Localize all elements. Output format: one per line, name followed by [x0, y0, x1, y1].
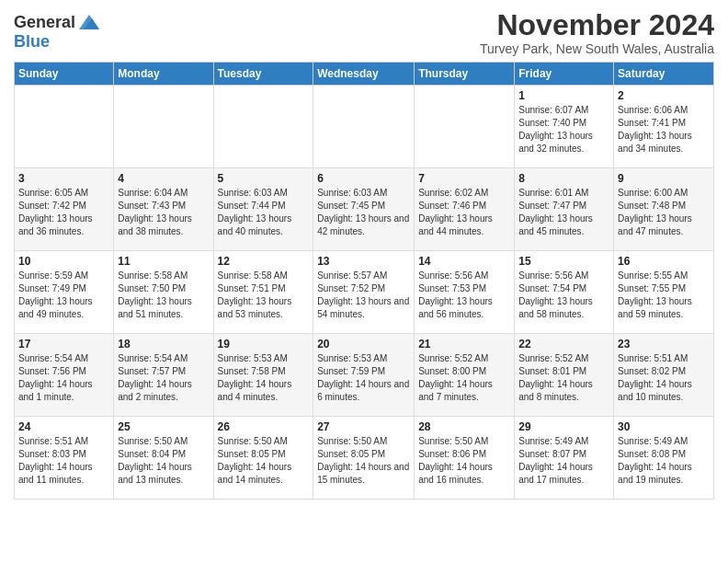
cell-sunrise: Sunrise: 5:50 AM [118, 436, 188, 446]
calendar-table: Sunday Monday Tuesday Wednesday Thursday… [14, 62, 714, 500]
cell-daylight: Daylight: 13 hours and 54 minutes. [317, 296, 409, 319]
subtitle: Turvey Park, New South Wales, Australia [480, 41, 714, 56]
cell-date: 2 [618, 89, 710, 102]
cell-sunrise: Sunrise: 5:49 AM [518, 436, 588, 446]
cell-info: Sunrise: 5:57 AM Sunset: 7:52 PM Dayligh… [317, 270, 410, 321]
cell-date: 1 [518, 89, 609, 102]
cell-sunset: Sunset: 7:43 PM [118, 201, 186, 211]
cell-sunrise: Sunrise: 5:59 AM [18, 270, 88, 281]
cell-info: Sunrise: 5:50 AM Sunset: 8:06 PM Dayligh… [418, 435, 510, 487]
table-row: 16 Sunrise: 5:55 AM Sunset: 7:55 PM Dayl… [614, 251, 714, 334]
cell-daylight: Daylight: 14 hours and 11 minutes. [18, 462, 93, 485]
cell-sunset: Sunset: 7:59 PM [317, 366, 385, 376]
cell-daylight: Daylight: 14 hours and 4 minutes. [218, 379, 292, 402]
table-row: 29 Sunrise: 5:49 AM Sunset: 8:07 PM Dayl… [515, 417, 614, 500]
cell-info: Sunrise: 5:56 AM Sunset: 7:53 PM Dayligh… [418, 270, 510, 321]
cell-info: Sunrise: 5:51 AM Sunset: 8:03 PM Dayligh… [18, 435, 109, 487]
table-row: 20 Sunrise: 5:53 AM Sunset: 7:59 PM Dayl… [313, 334, 415, 417]
calendar-week-row: 24 Sunrise: 5:51 AM Sunset: 8:03 PM Dayl… [15, 417, 714, 500]
cell-daylight: Daylight: 13 hours and 32 minutes. [518, 131, 593, 154]
cell-daylight: Daylight: 13 hours and 49 minutes. [18, 296, 93, 319]
table-row: 10 Sunrise: 5:59 AM Sunset: 7:49 PM Dayl… [15, 251, 114, 334]
cell-info: Sunrise: 5:50 AM Sunset: 8:05 PM Dayligh… [317, 435, 410, 487]
table-row [15, 86, 114, 168]
cell-info: Sunrise: 5:52 AM Sunset: 8:00 PM Dayligh… [418, 352, 510, 404]
cell-daylight: Daylight: 13 hours and 51 minutes. [118, 296, 192, 319]
cell-info: Sunrise: 5:49 AM Sunset: 8:07 PM Dayligh… [518, 435, 609, 487]
table-row: 17 Sunrise: 5:54 AM Sunset: 7:56 PM Dayl… [15, 334, 114, 417]
cell-info: Sunrise: 5:52 AM Sunset: 8:01 PM Dayligh… [518, 352, 609, 404]
cell-sunrise: Sunrise: 6:00 AM [618, 188, 688, 198]
cell-date: 17 [18, 338, 109, 350]
col-wednesday: Wednesday [313, 63, 415, 86]
cell-sunrise: Sunrise: 6:03 AM [218, 188, 288, 198]
cell-info: Sunrise: 6:03 AM Sunset: 7:45 PM Dayligh… [317, 187, 410, 238]
cell-sunrise: Sunrise: 5:50 AM [218, 436, 288, 446]
cell-sunset: Sunset: 7:52 PM [317, 283, 385, 293]
cell-date: 27 [317, 420, 410, 433]
table-row: 1 Sunrise: 6:07 AM Sunset: 7:40 PM Dayli… [515, 86, 614, 168]
cell-sunrise: Sunrise: 5:55 AM [618, 270, 688, 281]
cell-date: 19 [218, 338, 310, 350]
cell-info: Sunrise: 5:56 AM Sunset: 7:54 PM Dayligh… [518, 270, 609, 321]
cell-daylight: Daylight: 13 hours and 36 minutes. [18, 213, 93, 236]
table-row: 23 Sunrise: 5:51 AM Sunset: 8:02 PM Dayl… [614, 334, 714, 417]
cell-sunrise: Sunrise: 5:53 AM [317, 353, 387, 363]
cell-sunset: Sunset: 8:07 PM [518, 449, 586, 459]
cell-sunset: Sunset: 8:01 PM [518, 366, 586, 376]
calendar-week-row: 17 Sunrise: 5:54 AM Sunset: 7:56 PM Dayl… [15, 334, 714, 417]
cell-sunrise: Sunrise: 5:53 AM [218, 353, 288, 363]
cell-date: 16 [618, 255, 710, 268]
cell-sunrise: Sunrise: 5:58 AM [218, 270, 288, 281]
cell-date: 14 [418, 255, 510, 268]
table-row [415, 86, 515, 168]
cell-date: 20 [317, 338, 410, 350]
cell-date: 18 [118, 338, 209, 350]
cell-date: 5 [218, 172, 310, 185]
cell-daylight: Daylight: 14 hours and 17 minutes. [518, 462, 593, 485]
page: General Blue November 2024 Turvey Park, … [0, 0, 728, 509]
table-row: 25 Sunrise: 5:50 AM Sunset: 8:04 PM Dayl… [114, 417, 213, 500]
cell-daylight: Daylight: 14 hours and 1 minute. [18, 379, 93, 402]
cell-info: Sunrise: 6:07 AM Sunset: 7:40 PM Dayligh… [518, 104, 609, 155]
table-row: 22 Sunrise: 5:52 AM Sunset: 8:01 PM Dayl… [515, 334, 614, 417]
month-title: November 2024 [480, 9, 714, 41]
col-tuesday: Tuesday [213, 63, 313, 86]
cell-date: 9 [618, 172, 710, 185]
table-row [114, 86, 213, 168]
cell-daylight: Daylight: 14 hours and 15 minutes. [317, 462, 409, 485]
cell-info: Sunrise: 6:05 AM Sunset: 7:42 PM Dayligh… [18, 187, 109, 238]
cell-info: Sunrise: 6:04 AM Sunset: 7:43 PM Dayligh… [118, 187, 209, 238]
calendar-week-row: 1 Sunrise: 6:07 AM Sunset: 7:40 PM Dayli… [15, 86, 714, 168]
cell-sunrise: Sunrise: 6:06 AM [618, 105, 688, 115]
col-thursday: Thursday [415, 63, 515, 86]
cell-sunset: Sunset: 8:08 PM [618, 449, 686, 459]
cell-date: 22 [518, 338, 609, 350]
cell-sunset: Sunset: 7:40 PM [518, 118, 586, 128]
table-row: 8 Sunrise: 6:01 AM Sunset: 7:47 PM Dayli… [515, 168, 614, 251]
table-row: 30 Sunrise: 5:49 AM Sunset: 8:08 PM Dayl… [614, 417, 714, 500]
cell-daylight: Daylight: 13 hours and 34 minutes. [618, 131, 692, 154]
cell-daylight: Daylight: 13 hours and 53 minutes. [218, 296, 292, 319]
cell-daylight: Daylight: 14 hours and 13 minutes. [118, 462, 192, 485]
cell-sunrise: Sunrise: 6:05 AM [18, 188, 88, 198]
cell-info: Sunrise: 6:01 AM Sunset: 7:47 PM Dayligh… [518, 187, 609, 238]
cell-daylight: Daylight: 14 hours and 19 minutes. [618, 462, 692, 485]
cell-sunset: Sunset: 7:50 PM [118, 283, 186, 293]
cell-date: 8 [518, 172, 609, 185]
cell-date: 11 [118, 255, 209, 268]
cell-sunset: Sunset: 7:58 PM [218, 366, 286, 376]
cell-daylight: Daylight: 14 hours and 14 minutes. [218, 462, 292, 485]
cell-daylight: Daylight: 14 hours and 8 minutes. [518, 379, 593, 402]
cell-date: 26 [218, 420, 310, 433]
cell-daylight: Daylight: 13 hours and 56 minutes. [418, 296, 493, 319]
cell-info: Sunrise: 5:54 AM Sunset: 7:57 PM Dayligh… [118, 352, 209, 404]
cell-date: 21 [418, 338, 510, 350]
calendar-week-row: 10 Sunrise: 5:59 AM Sunset: 7:49 PM Dayl… [15, 251, 714, 334]
cell-sunrise: Sunrise: 5:57 AM [317, 270, 387, 281]
cell-date: 12 [218, 255, 310, 268]
table-row: 4 Sunrise: 6:04 AM Sunset: 7:43 PM Dayli… [114, 168, 213, 251]
cell-sunset: Sunset: 7:47 PM [518, 201, 586, 211]
cell-info: Sunrise: 5:50 AM Sunset: 8:04 PM Dayligh… [118, 435, 209, 487]
col-saturday: Saturday [614, 63, 714, 86]
